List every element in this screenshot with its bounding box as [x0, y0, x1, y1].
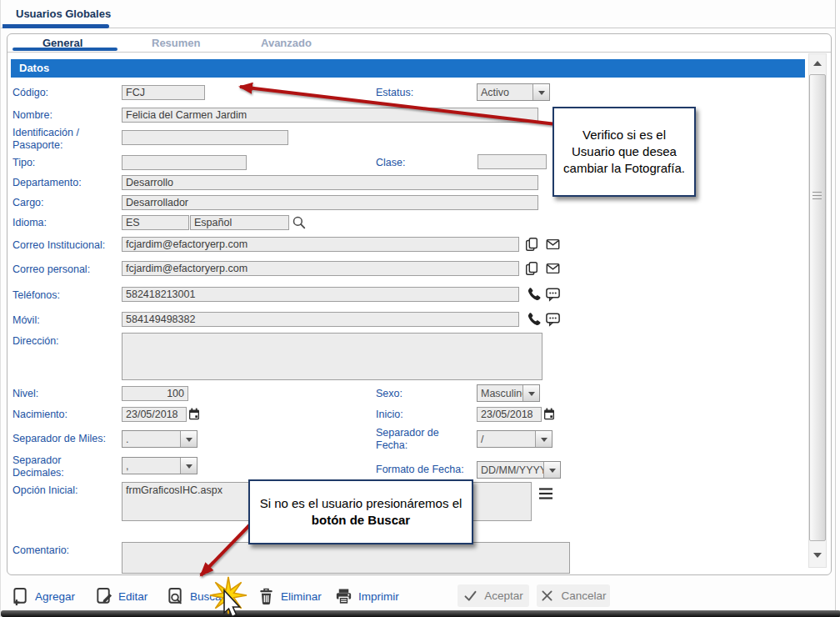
- cargo-field[interactable]: Desarrollador: [122, 195, 538, 210]
- menu-icon[interactable]: [538, 485, 554, 502]
- clase-label: Clase:: [376, 157, 482, 169]
- scrollbar-grip: [812, 198, 822, 199]
- eliminar-button[interactable]: Eliminar: [257, 587, 322, 606]
- printer-icon: [334, 587, 353, 606]
- scrollbar-grip: [812, 195, 822, 196]
- comentario-textarea[interactable]: [122, 542, 570, 574]
- close-icon: [540, 589, 554, 603]
- direccion-label: Dirección:: [12, 335, 119, 348]
- tab-avanzado[interactable]: Avanzado: [261, 37, 312, 49]
- correo-institucional-label: Correo Institucional:: [12, 239, 122, 252]
- mail-icon[interactable]: [545, 261, 561, 276]
- check-icon: [463, 589, 478, 603]
- imprimir-button[interactable]: Imprimir: [334, 587, 399, 606]
- agregar-label: Agregar: [35, 590, 75, 603]
- chevron-down-icon[interactable]: [180, 431, 197, 447]
- message-icon[interactable]: [545, 286, 561, 302]
- triangle-up-icon: [813, 57, 822, 66]
- chevron-down-icon[interactable]: [535, 431, 552, 447]
- mail-icon[interactable]: [545, 237, 561, 252]
- search-icon[interactable]: [292, 215, 307, 230]
- agregar-button[interactable]: Agregar: [11, 587, 75, 606]
- imprimir-label: Imprimir: [358, 590, 399, 603]
- calendar-icon[interactable]: [543, 408, 555, 420]
- sexo-label: Sexo:: [376, 388, 482, 400]
- separador-fecha-value: /: [478, 431, 535, 447]
- eliminar-label: Eliminar: [281, 590, 322, 603]
- tabstrip-divider: [8, 52, 831, 53]
- inicio-field[interactable]: 23/05/2018: [477, 407, 542, 422]
- formato-fecha-dropdown[interactable]: DD/MM/YYYY: [477, 461, 561, 479]
- estatus-label: Estatus:: [376, 87, 482, 99]
- scrollbar-thumb[interactable]: [809, 74, 826, 541]
- chevron-down-icon[interactable]: [522, 385, 539, 401]
- clase-field[interactable]: [478, 154, 547, 169]
- comentario-label: Comentario:: [12, 544, 119, 557]
- triangle-down-icon: [813, 553, 822, 562]
- identificacion-field[interactable]: [122, 130, 288, 145]
- nacimiento-field[interactable]: 23/05/2018: [122, 407, 187, 422]
- phone-icon[interactable]: [525, 286, 541, 302]
- sexo-dropdown[interactable]: Masculino: [477, 384, 540, 402]
- buscar-button[interactable]: Buscar: [166, 587, 225, 606]
- add-document-icon: [11, 587, 30, 606]
- tipo-field[interactable]: [122, 155, 247, 170]
- title-active-underline: [2, 24, 109, 28]
- message-icon[interactable]: [545, 311, 561, 327]
- tab-general-underline: [12, 48, 118, 51]
- usuarios-globales-window: Usuarios Globales General Resumen Avanza…: [0, 0, 840, 617]
- copy-icon[interactable]: [524, 261, 539, 276]
- callout-buscar-text: Si no es el usuario presionáremos el bot…: [257, 495, 465, 529]
- nacimiento-label: Nacimiento:: [12, 409, 119, 421]
- telefonos-label: Teléfonos:: [12, 289, 119, 302]
- chevron-down-icon[interactable]: [543, 462, 560, 478]
- calendar-icon[interactable]: [188, 408, 200, 420]
- separador-miles-dropdown[interactable]: .: [122, 430, 198, 448]
- callout-verificar: Verifico si es el Usuario que desea camb…: [552, 107, 696, 197]
- separador-decimales-value: ,: [122, 458, 180, 474]
- sexo-value: Masculino: [478, 385, 522, 401]
- inicio-label: Inicio:: [376, 409, 482, 421]
- copy-icon[interactable]: [524, 237, 539, 252]
- editar-button[interactable]: Editar: [94, 587, 148, 606]
- trash-icon: [257, 587, 276, 606]
- formato-fecha-label: Formato de Fecha:: [376, 464, 476, 476]
- scrollbar-grip: [812, 192, 822, 193]
- separador-decimales-label: Separador Decimales:: [12, 454, 96, 479]
- idioma-code-field[interactable]: ES: [122, 215, 189, 230]
- nivel-label: Nivel:: [12, 388, 119, 400]
- identificacion-label: Identificación / Pasaporte:: [12, 127, 119, 152]
- nivel-field[interactable]: 100: [122, 386, 188, 401]
- correo-personal-field[interactable]: fcjardim@efactoryerp.com: [122, 261, 519, 276]
- cancelar-button[interactable]: Cancelar: [537, 584, 610, 607]
- cargo-label: Cargo:: [12, 197, 119, 209]
- separador-fecha-dropdown[interactable]: /: [477, 430, 552, 448]
- buscar-label: Buscar: [190, 590, 225, 603]
- phone-icon[interactable]: [525, 311, 541, 327]
- direccion-textarea[interactable]: [122, 333, 542, 380]
- nombre-field[interactable]: Felicia del Carmen Jardim: [122, 108, 538, 123]
- chevron-down-icon[interactable]: [532, 84, 549, 100]
- telefonos-field[interactable]: 582418213001: [122, 287, 519, 302]
- chevron-down-icon[interactable]: [180, 458, 197, 474]
- codigo-field[interactable]: FCJ: [122, 85, 205, 100]
- cancelar-label: Cancelar: [561, 589, 606, 602]
- separador-decimales-dropdown[interactable]: ,: [122, 457, 198, 474]
- tab-resumen[interactable]: Resumen: [152, 37, 201, 49]
- departamento-field[interactable]: Desarrollo: [122, 175, 538, 190]
- separador-miles-label: Separador de Miles:: [12, 433, 119, 445]
- search-document-icon: [166, 587, 185, 606]
- scrollbar-up-button[interactable]: [809, 54, 826, 73]
- title-divider: [1, 28, 835, 28]
- callout-buscar-bold: botón de Buscar: [312, 513, 410, 527]
- estatus-dropdown[interactable]: Activo: [477, 83, 550, 101]
- movil-field[interactable]: 584149498382: [122, 312, 519, 327]
- correo-institucional-field[interactable]: fcjardim@efactoryerp.com: [122, 237, 519, 252]
- correo-personal-label: Correo personal:: [12, 263, 119, 276]
- scrollbar-down-button[interactable]: [809, 546, 826, 564]
- idioma-label: Idioma:: [12, 217, 119, 229]
- codigo-label: Código:: [12, 87, 119, 99]
- aceptar-button[interactable]: Aceptar: [458, 584, 529, 607]
- idioma-name-field[interactable]: Español: [190, 215, 289, 230]
- departamento-label: Departamento:: [12, 177, 119, 189]
